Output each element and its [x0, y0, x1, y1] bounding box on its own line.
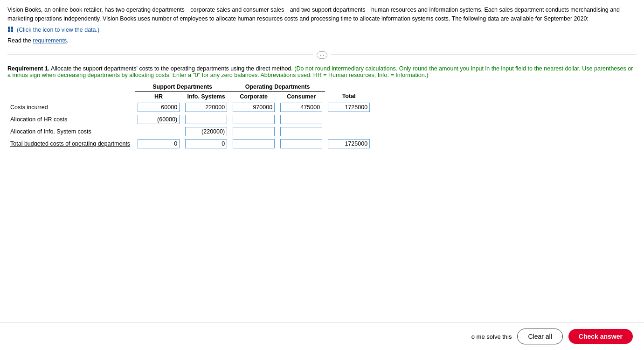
col-total: Total [325, 91, 373, 101]
cell-hr-alloc-hr[interactable] [135, 113, 182, 126]
svg-rect-1 [11, 27, 13, 29]
requirement-header: Requirement 1. Allocate the support depa… [7, 65, 637, 78]
cell-corp-alloc-hr[interactable] [230, 113, 277, 126]
input-hr-total[interactable] [138, 139, 180, 148]
input-info-alloc-hr[interactable] [185, 115, 227, 124]
row-alloc-info: Allocation of Info. System costs [7, 126, 373, 138]
input-info-alloc-info[interactable] [185, 127, 227, 136]
cell-corp-costs[interactable] [230, 101, 277, 113]
row-costs-incurred: Costs incurred [7, 101, 373, 113]
input-info-total[interactable] [185, 139, 227, 148]
operating-dept-header: Operating Departments [230, 82, 325, 92]
col-consumer: Consumer [277, 91, 325, 101]
cell-info-costs[interactable] [182, 101, 230, 113]
input-hr-costs[interactable] [138, 103, 180, 112]
input-corp-alloc-info[interactable] [233, 127, 275, 136]
svg-rect-0 [8, 27, 10, 29]
row-total-budgeted: Total budgeted costs of operating depart… [7, 138, 373, 150]
input-total-total[interactable] [328, 139, 370, 148]
input-hr-alloc-hr[interactable] [138, 115, 180, 124]
grid-icon [7, 26, 15, 34]
divider: ··· [7, 51, 637, 59]
cell-corp-alloc-info[interactable] [230, 126, 277, 138]
cell-total-total[interactable] [325, 138, 373, 150]
input-consumer-alloc-info[interactable] [280, 127, 322, 136]
input-corp-total[interactable] [233, 139, 275, 148]
col-info-sys: Info. Systems [182, 91, 230, 101]
main-table-wrapper: Support Departments Operating Department… [7, 82, 637, 150]
cell-info-total[interactable] [182, 138, 230, 150]
read-requirements-row: Read the requirements. [7, 37, 637, 44]
icon-link-label: (Click the icon to view the data.) [17, 27, 99, 33]
requirements-link[interactable]: requirements [33, 37, 67, 44]
main-table: Support Departments Operating Department… [7, 82, 373, 150]
divider-line-left [7, 55, 313, 55]
cell-hr-costs[interactable] [135, 101, 182, 113]
cell-consumer-alloc-hr[interactable] [277, 113, 325, 126]
cell-corp-total[interactable] [230, 138, 277, 150]
col-corporate: Corporate [230, 91, 277, 101]
cell-total-costs[interactable] [325, 101, 373, 113]
support-dept-header: Support Departments [135, 82, 230, 92]
row-alloc-hr: Allocation of HR costs [7, 113, 373, 126]
read-req-prefix: Read the [7, 37, 33, 44]
divider-dots: ··· [317, 51, 327, 59]
input-info-costs[interactable] [185, 103, 227, 112]
svg-rect-2 [8, 29, 10, 32]
cell-consumer-alloc-info[interactable] [277, 126, 325, 138]
input-consumer-total[interactable] [280, 139, 322, 148]
intro-text: Vision Books, an online book retailer, h… [7, 6, 637, 23]
read-req-suffix: . [67, 37, 68, 44]
svg-rect-3 [11, 29, 13, 32]
input-corp-costs[interactable] [233, 103, 275, 112]
input-consumer-costs[interactable] [280, 103, 322, 112]
cell-consumer-total[interactable] [277, 138, 325, 150]
total-header-empty [325, 82, 373, 92]
input-total-costs[interactable] [328, 103, 370, 112]
cell-hr-total[interactable] [135, 138, 182, 150]
label-costs-incurred: Costs incurred [7, 101, 135, 113]
requirement-bold: Requirement 1. [7, 65, 49, 72]
cell-info-alloc-hr[interactable] [182, 113, 230, 126]
input-corp-alloc-hr[interactable] [233, 115, 275, 124]
cell-total-alloc-info [325, 126, 373, 138]
label-total-budgeted: Total budgeted costs of operating depart… [7, 138, 135, 150]
icon-link[interactable]: (Click the icon to view the data.) [7, 26, 99, 34]
label-alloc-hr: Allocation of HR costs [7, 113, 135, 126]
input-consumer-alloc-hr[interactable] [280, 115, 322, 124]
cell-hr-alloc-info [135, 126, 182, 138]
requirement-text: Allocate the support departments' costs … [49, 65, 292, 72]
cell-info-alloc-info[interactable] [182, 126, 230, 138]
cell-consumer-costs[interactable] [277, 101, 325, 113]
empty-header [7, 82, 135, 92]
cell-total-alloc-hr [325, 113, 373, 126]
col-label-empty [7, 91, 135, 101]
col-hr: HR [135, 91, 182, 101]
label-alloc-info: Allocation of Info. System costs [7, 126, 135, 138]
divider-line-right [331, 55, 637, 55]
